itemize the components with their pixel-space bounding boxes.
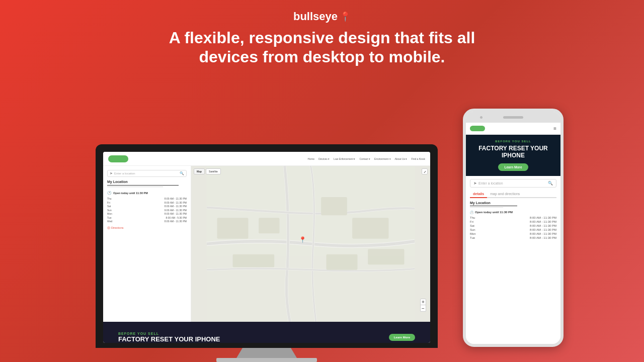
svg-rect-1 [217, 218, 249, 238]
hours-row: Thu8:00 AM - 11:30 PM [107, 197, 187, 200]
map-zoom-controls: + − [420, 299, 426, 312]
hours-row: Mon8:00 AM - 11:30 PM [107, 212, 187, 215]
open-today: 🕐 Open today until 11:30 PM [107, 191, 187, 195]
nav-link-about[interactable]: About Us ▾ [395, 157, 408, 160]
phone-search-icon: 🔍 [548, 181, 553, 186]
phone-open-today: 🕐 Open today until 11:30 PM [470, 211, 556, 214]
svg-rect-2 [259, 218, 279, 233]
directions-link[interactable]: ◎ Directions [107, 226, 187, 230]
phone-top-bar [466, 112, 560, 123]
monitor-sidebar: ➤ Enter a location 🔍 My Location 🕐 Open … [103, 166, 191, 322]
banner-before-text: BEFORE YOU SELL [118, 332, 220, 335]
phone-nav-logo [470, 126, 485, 131]
svg-rect-4 [352, 218, 388, 238]
nav-link-kiosk[interactable]: Find a Kiosk [411, 157, 425, 160]
pin-icon: 📍 [340, 11, 351, 22]
phone-location-line-2 [470, 207, 503, 208]
location-line-1 [107, 185, 179, 186]
zoom-out-button[interactable]: − [421, 305, 426, 311]
map-expand-icon[interactable]: ⤢ [422, 168, 428, 174]
header: bullseye 📍 A flexible, responsive design… [146, 0, 498, 67]
phone-tab-details[interactable]: details [470, 191, 487, 198]
nav-link-contact[interactable]: Contact ▾ [359, 157, 370, 160]
desktop-search-bar[interactable]: ➤ Enter a location 🔍 [107, 170, 187, 177]
phone-camera [480, 116, 482, 119]
monitor-screen: Home Devices ▾ Law Enforcement ▾ Contact… [103, 152, 430, 343]
tagline: A flexible, responsive design that fits … [146, 28, 498, 67]
hours-table: Thu8:00 AM - 11:30 PM Fri8:00 AM - 11:30… [107, 197, 187, 223]
phone-hours-row: Mon8:00 AM - 11:30 PM [470, 232, 556, 235]
devices-container: Home Devices ▾ Law Enforcement ▾ Contact… [45, 101, 599, 362]
nav-link-law[interactable]: Law Enforcement ▾ [334, 157, 355, 160]
my-location-label: My Location [107, 180, 187, 184]
location-line-2 [107, 187, 163, 187]
desktop-monitor: Home Devices ▾ Law Enforcement ▾ Contact… [96, 144, 438, 362]
phone-dark-banner: BEFORE YOU SELL FACTORY RESET YOUR IPHON… [466, 135, 560, 176]
zoom-in-button[interactable]: + [421, 299, 426, 305]
svg-rect-7 [368, 249, 404, 264]
monitor-content: ➤ Enter a location 🔍 My Location 🕐 Open … [103, 166, 430, 322]
desktop-dark-banner: BEFORE YOU SELL FACTORY RESET YOUR IPHON… [103, 322, 430, 343]
monitor-nav-links: Home Devices ▾ Law Enforcement ▾ Contact… [308, 157, 425, 160]
nav-link-devices[interactable]: Devices ▾ [318, 157, 330, 160]
phone-my-location-label: My Location [470, 201, 556, 205]
phone-speaker [503, 116, 523, 119]
phone-banner-before: BEFORE YOU SELL [472, 140, 554, 143]
logo-text: bullseye [293, 10, 338, 23]
phone-search-bar[interactable]: ➤ Enter a location 🔍 [470, 179, 556, 188]
hours-row: Fri8:00 AM - 11:30 PM [107, 201, 187, 204]
nav-link-env[interactable]: Environment ▾ [374, 157, 390, 160]
svg-rect-5 [233, 254, 275, 267]
desktop-learn-more-button[interactable]: Learn More [389, 334, 415, 341]
banner-main-text: FACTORY RESET YOUR IPHONE [118, 335, 220, 343]
phone-location-line-1 [470, 206, 517, 206]
phone-hours-row: Sat8:00 AM - 11:30 PM [470, 224, 556, 227]
logo-area: bullseye 📍 [293, 10, 351, 23]
phone-hours-row: Sun8:00 AM - 11:30 PM [470, 228, 556, 231]
directions-arrow-icon: ◎ [107, 226, 110, 230]
phone-body: ≡ BEFORE YOU SELL FACTORY RESET YOUR IPH… [463, 109, 564, 347]
map-pin: 📍 [299, 236, 306, 243]
phone-tab-map[interactable]: map and directions [487, 191, 523, 198]
phone-banner-main: FACTORY RESET YOUR IPHONE [472, 145, 554, 159]
phone-hours-row: Thu8:00 AM - 11:30 PM [470, 216, 556, 219]
nav-link-home[interactable]: Home [308, 157, 314, 160]
phone-location-icon: ➤ [473, 181, 477, 186]
phone-learn-more-button[interactable]: Learn More [498, 163, 528, 171]
monitor-map[interactable]: Map Satellite ⤢ 📍 + − [191, 166, 430, 322]
phone-hours-row: Fri8:00 AM - 11:30 PM [470, 220, 556, 223]
hours-row: Sun9:00 AM - 11:30 PM [107, 209, 187, 212]
location-arrow-icon: ➤ [110, 171, 113, 175]
hours-row: Wed8:00 AM - 11:30 PM [107, 220, 187, 223]
phone-tabs: details map and directions [470, 191, 556, 198]
phone-hamburger-icon[interactable]: ≡ [553, 126, 556, 131]
search-glass-icon: 🔍 [180, 171, 184, 175]
phone-search-placeholder: Enter a location [478, 182, 503, 185]
phone: ≡ BEFORE YOU SELL FACTORY RESET YOUR IPH… [463, 109, 564, 347]
monitor-base [216, 358, 317, 362]
hours-row: Tue8:00 AM - 5:30 PM [107, 216, 187, 219]
map-controls-top: Map Satellite [194, 168, 221, 174]
monitor-stand [236, 348, 297, 358]
svg-rect-3 [321, 197, 347, 215]
hours-row: Sat8:00 AM - 11:30 PM [107, 205, 187, 208]
phone-clock-icon: 🕐 [470, 211, 473, 214]
phone-hours-row: Tue8:00 AM - 11:30 PM [470, 236, 556, 239]
phone-screen: ≡ BEFORE YOU SELL FACTORY RESET YOUR IPH… [466, 123, 560, 344]
svg-rect-6 [327, 254, 358, 270]
monitor-nav-logo [108, 155, 128, 162]
monitor-screen-wrapper: Home Devices ▾ Law Enforcement ▾ Contact… [96, 144, 438, 348]
desktop-search-placeholder: Enter a location [114, 172, 135, 175]
map-tab[interactable]: Map [194, 168, 205, 174]
satellite-tab[interactable]: Satellite [206, 168, 221, 174]
phone-nav: ≡ [466, 123, 560, 135]
clock-icon: 🕐 [107, 191, 112, 195]
monitor-nav: Home Devices ▾ Law Enforcement ▾ Contact… [103, 152, 430, 166]
banner-left: BEFORE YOU SELL FACTORY RESET YOUR IPHON… [118, 332, 220, 343]
